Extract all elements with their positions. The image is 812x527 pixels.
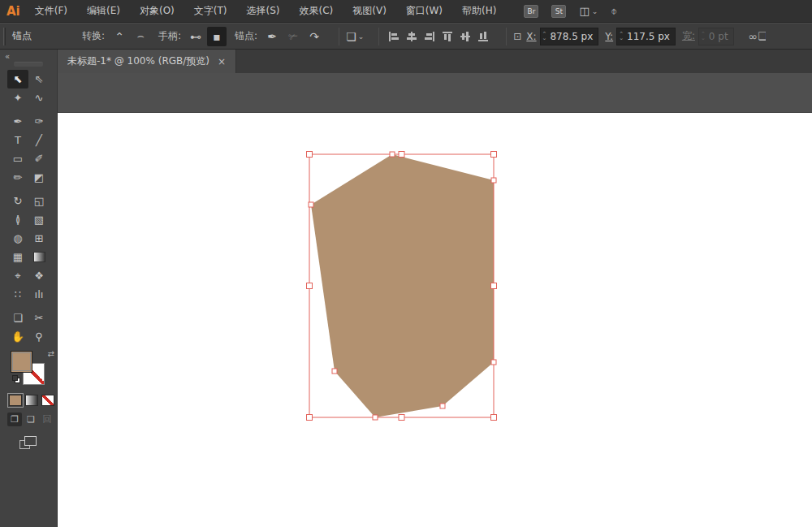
tool-zoom[interactable]: ⚲: [28, 327, 50, 346]
menu-edit[interactable]: 编辑(E): [87, 4, 120, 18]
tool-symbol-sprayer[interactable]: ∷: [7, 285, 28, 304]
canvas[interactable]: [58, 73, 812, 527]
bbox-handle[interactable]: [491, 152, 497, 158]
spinner-icon[interactable]: ⌃⌄: [619, 32, 624, 41]
anchor-point[interactable]: [440, 404, 445, 408]
anchor-point[interactable]: [309, 202, 313, 207]
workspace-layout-button[interactable]: ◫ ⌄: [579, 5, 598, 17]
menu-help[interactable]: 帮助(H): [462, 4, 496, 18]
bbox-handle[interactable]: [399, 415, 404, 421]
tool-eyedropper[interactable]: ⌖: [7, 266, 28, 285]
anchor-point[interactable]: [491, 360, 496, 365]
tool-mesh[interactable]: ▦: [7, 248, 28, 266]
gpu-performance-icon[interactable]: ⌽: [611, 5, 617, 18]
show-handles-icon: ⊷: [190, 30, 201, 43]
tool-lasso[interactable]: ∿: [28, 89, 50, 107]
menu-object[interactable]: 对象(O): [140, 4, 175, 18]
tool-curvature[interactable]: ✑: [28, 112, 50, 131]
tool-blend[interactable]: ❖: [28, 266, 50, 285]
tool-shape-builder[interactable]: ◍: [7, 229, 28, 248]
draw-inside-mode-button[interactable]: 回: [40, 413, 54, 426]
tool-paintbrush[interactable]: ✐: [28, 149, 50, 168]
none-button[interactable]: [41, 395, 54, 406]
anchor-point[interactable]: [373, 415, 378, 420]
tool-width[interactable]: ≬: [7, 210, 28, 229]
bbox-handle[interactable]: [491, 283, 497, 289]
menu-window[interactable]: 窗口(W): [406, 4, 443, 18]
bbox-handle[interactable]: [307, 283, 313, 289]
menu-file[interactable]: 文件(F): [35, 4, 67, 18]
tool-hand[interactable]: ✋: [7, 327, 28, 346]
screen-mode-button[interactable]: [19, 436, 37, 450]
connect-endpoints-button[interactable]: ↷: [304, 27, 324, 46]
align-center-horizontal-button[interactable]: [404, 28, 420, 45]
x-value[interactable]: 878.5 px: [550, 31, 593, 42]
fill-color-swatch[interactable]: [11, 351, 32, 373]
tool-rectangle[interactable]: ▭: [7, 149, 28, 168]
anchor-point[interactable]: [390, 152, 395, 157]
tool-direct-selection[interactable]: ⇖: [28, 70, 50, 89]
bbox-handle[interactable]: [307, 152, 313, 158]
align-right-button[interactable]: [421, 28, 438, 45]
tool-type[interactable]: T: [7, 131, 28, 149]
tool-free-transform[interactable]: ▧: [28, 210, 50, 229]
tool-artboard[interactable]: ❏: [7, 309, 28, 327]
tool-rotate[interactable]: ↻: [7, 192, 28, 210]
tool-magic-wand[interactable]: ✦: [7, 89, 28, 107]
menu-type[interactable]: 文字(T): [194, 4, 227, 18]
tool-slice[interactable]: ✂: [28, 309, 50, 327]
tab-bar: 未标题-1* @ 100% (RGB/预览) ×: [58, 50, 812, 73]
collapse-panel-button[interactable]: «: [0, 50, 57, 61]
illustrator-window: Ai 文件(F)编辑(E)对象(O)文字(T)选择(S)效果(C)视图(V)窗口…: [0, 0, 812, 527]
tool-perspective-grid[interactable]: ⊞: [28, 229, 50, 248]
x-field[interactable]: ⌃⌄ 878.5 px: [540, 28, 599, 45]
gradient-button[interactable]: [25, 395, 38, 406]
document-tab[interactable]: 未标题-1* @ 100% (RGB/预览) ×: [58, 50, 236, 73]
menu-view[interactable]: 视图(V): [352, 4, 387, 18]
menu-effect[interactable]: 效果(C): [299, 4, 333, 18]
draw-behind-mode-button[interactable]: ❏: [24, 413, 38, 426]
swap-fill-stroke-icon[interactable]: ⇄: [48, 349, 54, 358]
align-bottom-button[interactable]: [475, 28, 491, 45]
bbox-handle[interactable]: [399, 152, 404, 158]
selected-shape[interactable]: [311, 154, 494, 417]
align-left-button[interactable]: [386, 28, 402, 45]
constrain-proportions-icon[interactable]: ∞: [749, 30, 758, 43]
spinner-icon: ⌃⌄: [701, 32, 706, 41]
tool-scale[interactable]: ◱: [28, 192, 50, 210]
tool-eraser[interactable]: ◩: [28, 168, 50, 187]
chevron-down-icon: ⌄: [592, 7, 598, 15]
bbox-handle[interactable]: [307, 415, 313, 421]
stock-button[interactable]: St: [551, 5, 566, 18]
selection-overlay[interactable]: [58, 73, 812, 527]
convert-to-smooth-button[interactable]: ⌢: [131, 27, 150, 46]
eyedropper-icon: ⌖: [15, 270, 20, 281]
control-bar-grip[interactable]: [3, 28, 6, 45]
default-fill-stroke-icon[interactable]: [12, 375, 21, 384]
panel-drag-handle[interactable]: [14, 62, 43, 67]
artboard-dropdown[interactable]: ❏ ⌄: [346, 30, 364, 43]
tool-selection[interactable]: ⬉: [7, 70, 28, 89]
y-field[interactable]: ⌃⌄ 117.5 px: [616, 28, 676, 45]
spinner-icon[interactable]: ⌃⌄: [542, 32, 547, 41]
hide-handles-button[interactable]: ▪: [207, 27, 227, 46]
align-top-button[interactable]: [439, 28, 456, 45]
align-center-vertical-button[interactable]: [457, 28, 473, 45]
tool-pen[interactable]: ✒: [7, 112, 28, 131]
draw-normal-mode-button[interactable]: ❐: [7, 413, 22, 426]
tool-pencil[interactable]: ✏: [7, 168, 28, 187]
tool-line-segment[interactable]: ╱: [28, 131, 50, 149]
close-icon[interactable]: ×: [218, 57, 226, 67]
tool-gradient[interactable]: ▤: [28, 248, 50, 266]
remove-anchor-button[interactable]: ✒: [262, 27, 282, 46]
anchor-point[interactable]: [332, 369, 337, 374]
show-handles-button[interactable]: ⊷: [186, 27, 205, 46]
anchor-point[interactable]: [491, 178, 496, 183]
tool-column-graph[interactable]: ılı: [28, 285, 50, 304]
bbox-handle[interactable]: [491, 415, 497, 421]
bridge-button[interactable]: Br: [524, 5, 538, 18]
color-button[interactable]: [9, 395, 22, 406]
y-value[interactable]: 117.5 px: [627, 31, 670, 42]
menu-select[interactable]: 选择(S): [247, 4, 280, 18]
convert-to-corner-button[interactable]: ⌃: [110, 27, 129, 46]
